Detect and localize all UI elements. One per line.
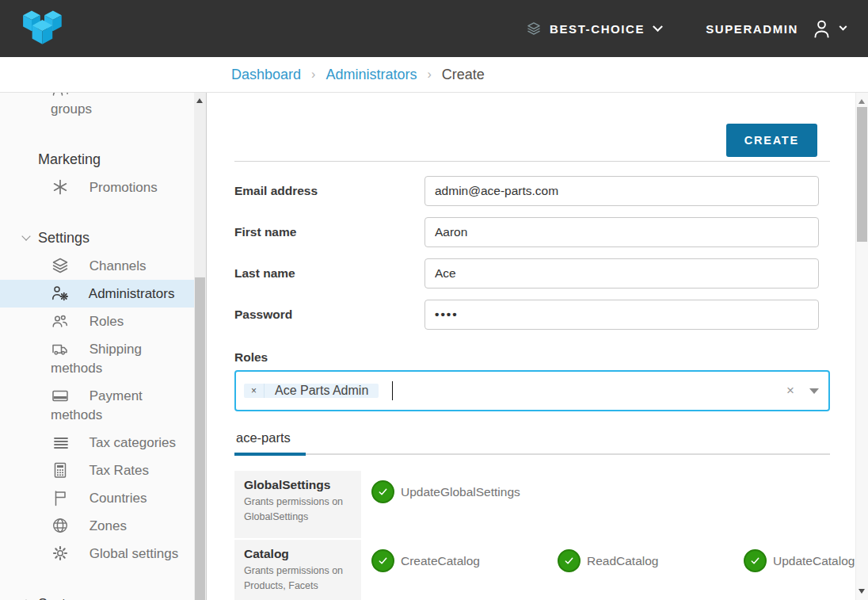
- first-name-label: First name: [234, 225, 424, 239]
- truck-icon: [51, 339, 70, 358]
- permission-group-description: Grants permissions on Products, Facets: [244, 564, 352, 594]
- form-row-first-name: First name: [234, 217, 830, 247]
- channel-tabs: ace-parts: [234, 430, 830, 455]
- permission-toggle[interactable]: CreateCatalog: [371, 549, 558, 572]
- roles-multiselect[interactable]: × Ace Parts Admin ×: [234, 370, 830, 411]
- users-icon: [51, 93, 70, 99]
- scroll-down-arrow-icon[interactable]: [858, 589, 865, 594]
- permission-group-description: Grants permissions on GlobalSettings: [244, 495, 352, 525]
- sidebar-item-customer-groups[interactable]: groups: [0, 93, 194, 123]
- flag-icon: [51, 488, 70, 507]
- sidebar-item-shipping-methods[interactable]: Shipping methods: [0, 335, 194, 382]
- check-icon: [558, 549, 581, 572]
- clear-selection-icon[interactable]: ×: [786, 383, 794, 399]
- main-scrollbar[interactable]: [855, 93, 868, 600]
- sidebar-item-global-settings[interactable]: Global settings: [0, 540, 194, 568]
- channel-switcher[interactable]: BEST-CHOICE: [526, 21, 661, 36]
- sidebar-section-settings[interactable]: Settings: [0, 224, 194, 252]
- breadcrumb-link-administrators[interactable]: Administrators: [326, 67, 417, 83]
- table-row: Catalog Grants permissions on Products, …: [234, 540, 830, 600]
- main-scrollbar-thumb[interactable]: [857, 107, 867, 242]
- permission-toggle[interactable]: UpdateGlobalSettings: [371, 480, 558, 503]
- sidebar-item-channels[interactable]: Channels: [0, 252, 194, 280]
- sidebar-item-promotions[interactable]: Promotions: [0, 174, 194, 201]
- email-field[interactable]: [424, 176, 819, 206]
- first-name-field[interactable]: [424, 217, 819, 247]
- check-icon: [744, 549, 767, 572]
- sidebar-item-tax-categories[interactable]: Tax categories: [0, 429, 194, 457]
- form-row-last-name: Last name: [234, 258, 830, 289]
- sidebar-section-marketing[interactable]: Marketing: [0, 145, 194, 174]
- permission-label: UpdateGlobalSettings: [401, 485, 520, 499]
- sidebar-item-tax-rates[interactable]: Tax Rates: [0, 457, 194, 484]
- user-icon: [811, 18, 832, 40]
- sidebar-item-countries[interactable]: Countries: [0, 484, 194, 512]
- channel-label: BEST-CHOICE: [550, 22, 645, 36]
- form-row-email: Email address: [234, 176, 830, 206]
- chevron-down-icon: [21, 231, 30, 240]
- roles-label: Roles: [234, 350, 830, 365]
- permission-toggle[interactable]: ReadCatalog: [558, 549, 744, 572]
- tab-ace-parts[interactable]: ace-parts: [234, 430, 306, 456]
- chevron-down-icon: [839, 22, 847, 30]
- top-bar: BEST-CHOICE SUPERADMIN: [0, 0, 868, 57]
- sidebar: groups Marketing Promotions: [0, 93, 207, 600]
- roles-block: Roles × Ace Parts Admin ×: [234, 350, 830, 411]
- sidebar-item-administrators[interactable]: Administrators: [0, 280, 194, 308]
- scroll-up-arrow-icon[interactable]: [858, 99, 865, 104]
- layers-icon: [51, 256, 70, 275]
- permission-group-title: Catalog: [244, 547, 352, 561]
- sidebar-item-roles[interactable]: Roles: [0, 308, 194, 335]
- last-name-label: Last name: [234, 266, 424, 281]
- topbar-right: BEST-CHOICE SUPERADMIN: [526, 18, 846, 40]
- divider: [234, 161, 830, 162]
- chip-label: Ace Parts Admin: [265, 384, 379, 398]
- sidebar-scrollbar[interactable]: [194, 93, 206, 600]
- credit-card-icon: [51, 386, 70, 405]
- main-content: CREATE Email address First name Last nam…: [207, 93, 868, 600]
- permission-group-header: Catalog Grants permissions on Products, …: [234, 540, 361, 600]
- cog-icon: [51, 544, 70, 563]
- sidebar-nav: groups Marketing Promotions: [0, 93, 194, 600]
- chip-remove-icon[interactable]: ×: [244, 384, 265, 398]
- password-field[interactable]: [424, 300, 819, 330]
- sidebar-section-system[interactable]: System: [0, 590, 194, 600]
- table-row: GlobalSettings Grants permissions on Glo…: [234, 471, 830, 538]
- password-label: Password: [234, 308, 424, 322]
- administrator-form: Email address First name Last name Passw…: [234, 176, 830, 411]
- admin-user-icon: [51, 284, 70, 303]
- list-icon: [51, 433, 70, 452]
- app-window: BEST-CHOICE SUPERADMIN Dashboard › Admin…: [0, 0, 868, 600]
- dropdown-caret-icon[interactable]: [809, 388, 819, 394]
- user-menu[interactable]: SUPERADMIN: [706, 18, 846, 40]
- check-icon: [371, 480, 394, 503]
- breadcrumb-link-dashboard[interactable]: Dashboard: [231, 67, 301, 83]
- breadcrumb-separator: ›: [301, 67, 326, 82]
- breadcrumb-separator: ›: [417, 67, 441, 82]
- user-label: SUPERADMIN: [706, 22, 798, 36]
- asterisk-icon: [51, 178, 70, 197]
- role-chip: × Ace Parts Admin: [244, 384, 379, 398]
- vendure-logo-icon[interactable]: [19, 5, 71, 52]
- users-group-icon: [51, 311, 70, 331]
- globe-icon: [51, 516, 70, 535]
- sidebar-item-zones[interactable]: Zones: [0, 512, 194, 540]
- create-button[interactable]: CREATE: [726, 124, 817, 157]
- permission-group-header: GlobalSettings Grants permissions on Glo…: [234, 471, 361, 538]
- permission-label: UpdateCatalog: [773, 554, 855, 568]
- layers-icon: [526, 21, 542, 36]
- scroll-up-arrow-icon[interactable]: [196, 98, 203, 103]
- permission-group-title: GlobalSettings: [244, 478, 352, 492]
- text-cursor: [392, 381, 393, 400]
- chevron-down-icon: [653, 21, 663, 32]
- permission-label: ReadCatalog: [587, 554, 658, 568]
- check-icon: [371, 549, 394, 572]
- permission-label: CreateCatalog: [401, 554, 480, 568]
- calculator-icon: [51, 461, 70, 480]
- permission-toggle[interactable]: UpdateCatalog: [744, 549, 855, 572]
- sidebar-item-payment-methods[interactable]: Payment methods: [0, 382, 194, 429]
- sidebar-scrollbar-thumb[interactable]: [195, 277, 205, 600]
- permissions-table: GlobalSettings Grants permissions on Glo…: [234, 471, 830, 600]
- email-label: Email address: [234, 184, 424, 198]
- last-name-field[interactable]: [424, 258, 819, 289]
